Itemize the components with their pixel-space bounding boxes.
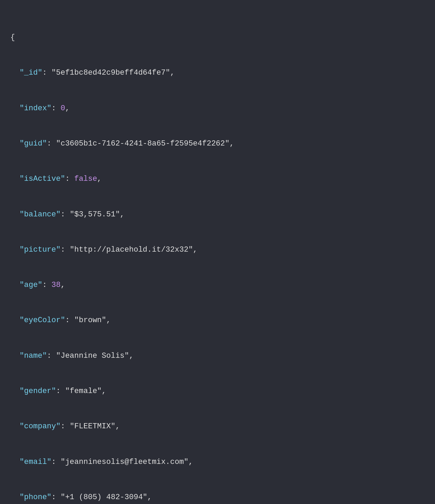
val-balance: "$3,575.51": [70, 210, 120, 219]
field-phone: "phone": "+1 (805) 482-3094",: [10, 492, 425, 503]
field-id: "_id": "5ef1bc8ed42c9beff4d64fe7",: [10, 67, 425, 79]
key-age: "age": [19, 281, 42, 289]
val-email: "jeanninesolis@fleetmix.com": [61, 458, 188, 466]
key-index: "index": [19, 104, 51, 113]
key-company: "company": [19, 422, 61, 431]
field-email: "email": "jeanninesolis@fleetmix.com",: [10, 456, 425, 468]
val-index: 0: [61, 104, 65, 113]
field-company: "company": "FLEETMIX",: [10, 421, 425, 432]
key-gender: "gender": [19, 387, 56, 395]
key-name: "name": [19, 352, 47, 360]
key-eyecolor: "eyeColor": [19, 316, 65, 325]
val-company: "FLEETMIX": [70, 422, 115, 431]
open-brace: {: [10, 33, 15, 42]
key-isactive: "isActive": [19, 175, 65, 183]
field-name: "name": "Jeannine Solis",: [10, 350, 425, 362]
val-id: "5ef1bc8ed42c9beff4d64fe7": [52, 68, 170, 77]
key-guid: "guid": [19, 139, 47, 148]
key-id: "_id": [19, 68, 42, 77]
field-eyecolor: "eyeColor": "brown",: [10, 315, 425, 326]
val-age: 38: [52, 281, 61, 289]
field-age: "age": 38,: [10, 279, 425, 291]
val-eyecolor: "brown": [74, 316, 106, 325]
field-balance: "balance": "$3,575.51",: [10, 209, 425, 221]
key-picture: "picture": [19, 245, 61, 254]
key-balance: "balance": [19, 210, 61, 219]
val-name: "Jeannine Solis": [56, 352, 129, 360]
open-brace-line: {: [10, 32, 425, 44]
val-gender: "female": [65, 387, 102, 395]
field-index: "index": 0,: [10, 103, 425, 114]
field-guid: "guid": "c3605b1c-7162-4241-8a65-f2595e4…: [10, 138, 425, 150]
field-gender: "gender": "female",: [10, 385, 425, 397]
val-phone: "+1 (805) 482-3094": [61, 493, 147, 502]
key-email: "email": [19, 458, 51, 466]
json-viewer: { "_id": "5ef1bc8ed42c9beff4d64fe7", "in…: [10, 8, 425, 504]
val-isactive: false: [74, 175, 97, 183]
field-picture: "picture": "http://placehold.it/32x32",: [10, 244, 425, 256]
val-picture: "http://placehold.it/32x32": [70, 245, 193, 254]
key-phone: "phone": [19, 493, 51, 502]
field-isactive: "isActive": false,: [10, 173, 425, 185]
val-guid: "c3605b1c-7162-4241-8a65-f2595e4f2262": [56, 139, 230, 148]
